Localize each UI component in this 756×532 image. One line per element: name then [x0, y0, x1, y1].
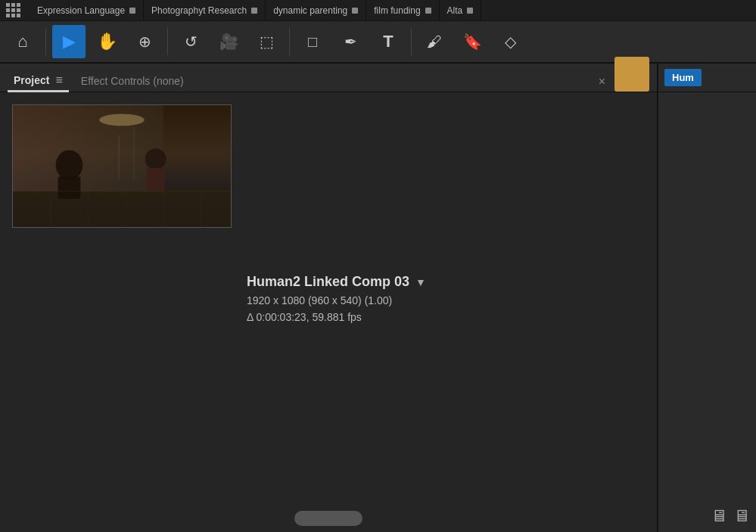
scroll-thumb[interactable]	[294, 511, 362, 526]
rotate-tool[interactable]: ↺	[174, 25, 207, 58]
svg-rect-9	[133, 127, 135, 180]
grid-icon[interactable]	[3, 0, 23, 20]
comp-duration: Δ 0:00:03:23, 59.881 fps	[247, 311, 426, 323]
comp-name: Human2 Linked Comp 03 ▼	[247, 274, 426, 290]
camera-tool[interactable]: 🎥	[212, 25, 245, 58]
toolbar-separator	[411, 28, 412, 55]
tab-alta[interactable]: Alta	[440, 0, 482, 21]
panel-content: Human2 Linked Comp 03 ▼ 1920 x 1080 (960…	[0, 92, 657, 505]
rect-tool[interactable]: □	[296, 25, 329, 58]
pen-tool[interactable]: ✒	[334, 25, 367, 58]
toolbar-separator	[167, 28, 168, 55]
comp-dimensions: 1920 x 1080 (960 x 540) (1.00)	[247, 294, 426, 306]
effect-controls-label: Effect Controls (none)	[81, 75, 184, 87]
scroll-area	[0, 505, 657, 532]
comp-thumbnail[interactable]	[12, 104, 232, 228]
left-panel: Project ≡ Effect Controls (none) ×	[0, 64, 658, 532]
project-panel: Project ≡ Effect Controls (none) ×	[0, 64, 657, 532]
right-panel: Hum 🖥 🖥	[658, 64, 756, 532]
svg-rect-7	[147, 168, 165, 191]
tab-expression-language[interactable]: Expression Language	[30, 0, 144, 21]
tab-dynamic-parenting[interactable]: dynamic parenting	[266, 0, 366, 21]
tab-close-icon[interactable]	[352, 8, 358, 14]
right-panel-active-tab[interactable]: Hum	[664, 69, 702, 86]
select-tool[interactable]: ▶	[52, 25, 86, 58]
svg-rect-8	[118, 135, 120, 180]
svg-rect-5	[58, 176, 81, 199]
monitor-icon[interactable]: 🖥	[711, 506, 727, 526]
display-icon[interactable]: 🖥	[733, 506, 750, 526]
svg-point-4	[56, 150, 83, 180]
panel-close-button[interactable]: ×	[596, 72, 608, 92]
right-panel-icons: 🖥 🖥	[711, 506, 750, 526]
tab-close-icon[interactable]	[129, 8, 135, 14]
comp-info: Human2 Linked Comp 03 ▼ 1920 x 1080 (960…	[247, 104, 426, 493]
tab-close-icon[interactable]	[467, 8, 473, 14]
comp-color-swatch	[614, 57, 649, 92]
comp-preview	[13, 105, 231, 227]
svg-point-3	[99, 114, 145, 126]
toolbar-separator	[45, 28, 46, 55]
toolbar-separator	[289, 28, 290, 55]
rect-select-tool[interactable]: ⬚	[250, 25, 283, 58]
home-tool[interactable]: ⌂	[6, 25, 39, 58]
eraser-tool[interactable]: ◇	[493, 25, 527, 58]
stamp-tool[interactable]: 🔖	[456, 25, 489, 58]
panel-header: Project ≡ Effect Controls (none) ×	[0, 64, 657, 92]
hand-tool[interactable]: ✋	[90, 25, 123, 58]
zoom-tool[interactable]: ⊕	[128, 25, 161, 58]
svg-point-6	[145, 148, 166, 170]
tab-film-funding[interactable]: film funding	[366, 0, 439, 21]
tab-close-icon[interactable]	[425, 8, 431, 14]
panel-menu-icon[interactable]: ≡	[55, 73, 62, 87]
comp-scene-svg	[13, 104, 231, 228]
right-panel-content: 🖥 🖥	[658, 92, 756, 532]
svg-rect-1	[13, 188, 231, 228]
tab-photography-research[interactable]: Photographyt Research	[144, 0, 266, 21]
comp-dropdown-arrow[interactable]: ▼	[415, 276, 426, 288]
tab-bar: Expression Language Photographyt Researc…	[0, 0, 756, 21]
brush-tool[interactable]: 🖌	[418, 25, 451, 58]
main-area: Project ≡ Effect Controls (none) ×	[0, 64, 756, 532]
right-panel-header: Hum	[658, 64, 756, 92]
project-tab[interactable]: Project ≡	[8, 70, 69, 92]
tab-close-icon[interactable]	[251, 8, 257, 14]
effect-controls-tab[interactable]: Effect Controls (none)	[69, 72, 196, 92]
text-tool[interactable]: T	[372, 25, 405, 58]
project-tab-label: Project	[14, 74, 49, 86]
